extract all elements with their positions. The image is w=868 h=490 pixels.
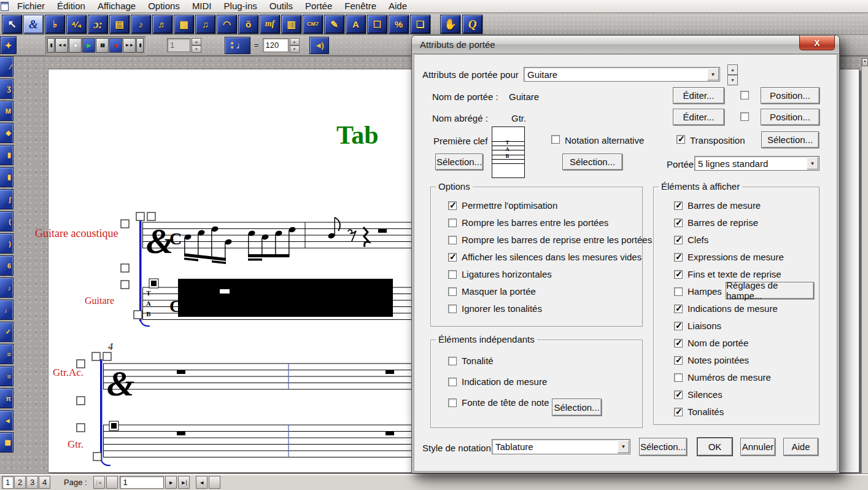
score-title[interactable]: Tab [336,120,379,150]
display-checkbox[interactable] [674,339,683,348]
stem-settings-button[interactable]: Réglages de hampe... [726,282,814,299]
page-shortcut-button[interactable]: 2 [14,476,26,489]
time-signature-tool[interactable]: ⁴⁄₄ [66,15,87,34]
palette-tool-button[interactable]: ⁄ [0,56,14,77]
expression-tool[interactable]: mf [260,15,280,34]
palette-tool-button[interactable]: = [0,344,14,364]
measure-counter-input[interactable] [167,38,190,52]
palette-tool-button[interactable]: ♩ [0,300,14,320]
palette-tool-button[interactable]: ▮ [0,145,14,165]
palette-tool-button[interactable]: ♪ [0,278,14,298]
staff-label-guitare-acoustique[interactable]: Guitare acoustique [35,227,118,240]
simple-entry-tool[interactable]: ♪ [131,15,151,34]
scroll-track[interactable] [209,476,220,489]
independent-checkbox[interactable] [448,357,457,365]
palette-tool-button[interactable]: π [0,388,14,408]
first-clef-selection-button[interactable]: Sélection... [435,154,483,170]
vertical-scrollbar[interactable]: ▲ [861,58,868,474]
notation-style-selection-button[interactable]: Sélection... [639,438,687,456]
scroll-up-icon[interactable]: ▲ [862,58,868,66]
display-checkbox[interactable] [674,201,683,210]
spin-down-icon[interactable]: ▼ [727,75,738,85]
display-checkbox[interactable] [674,356,683,365]
palette-tool-button[interactable]: ʃ [0,189,14,209]
spin-down-icon[interactable]: ▼ [290,45,300,53]
independent-checkbox[interactable] [448,378,457,386]
chord-tool[interactable]: CM7 [303,15,323,34]
option-checkbox[interactable] [448,253,457,262]
page-shortcut-button[interactable]: 1 [2,476,14,489]
spin-up-icon[interactable]: ▲ [290,38,300,45]
option-checkbox[interactable] [448,270,457,279]
spin-up-icon[interactable]: ▲ [192,38,201,45]
palette-tool-button[interactable]: ▮ [0,167,14,187]
text-tool[interactable]: A [346,15,366,34]
pause-button[interactable]: ▮▮ [96,38,109,53]
zoom-tool[interactable]: Q [462,15,482,34]
palette-tool-button[interactable]: ◄ [0,410,14,430]
speaker-button[interactable]: ◄) [309,37,329,54]
notehead-font-selection-button[interactable]: Sélection... [552,399,602,416]
selection-region-tool[interactable]: ☐ [367,15,387,34]
articulation-tool[interactable]: ŏ [238,15,258,34]
chevron-down-icon[interactable]: ▼ [807,157,818,169]
tempo-input[interactable] [263,38,289,52]
palette-tool-button[interactable]: 6 [0,255,14,276]
next-page-button[interactable]: ► [165,476,177,489]
staff-name-position-button[interactable]: Position... [761,87,820,104]
dialog-title-bar[interactable]: Attributs de portée X [412,36,839,54]
menu-item[interactable]: Aide [382,0,413,12]
palette-tool-button[interactable]: ( [0,211,14,231]
display-checkbox[interactable] [674,236,683,244]
fast-forward-button[interactable]: ►► [123,38,136,53]
transposition-checkbox[interactable] [676,135,685,144]
menu-item[interactable]: Outils [263,0,299,12]
palette-tool-button[interactable]: M [0,101,14,121]
stop-button[interactable]: ■ [69,38,82,53]
palette-button[interactable]: ✦ [0,36,17,54]
rewind-button[interactable]: ◄◄ [55,38,68,53]
speedy-entry-tool[interactable]: ♬ [152,15,172,34]
clef-tool[interactable]: ɔ: [88,15,108,34]
display-checkbox[interactable] [674,408,683,416]
chevron-down-icon[interactable]: ▼ [618,440,629,453]
abbreviated-name-position-button[interactable]: Position... [761,109,820,125]
measure-counter-spinner[interactable]: ▲▼ [192,38,201,53]
palette-tool-button[interactable]: ✓ [0,322,14,342]
first-page-button[interactable]: |◄ [93,476,105,489]
display-checkbox[interactable] [674,270,683,279]
spin-up-icon[interactable]: ▲ [727,64,738,75]
menu-item[interactable]: Options [142,0,186,12]
repeat-tool[interactable]: ▥ [281,15,301,34]
chevron-down-icon[interactable]: ▼ [707,68,719,80]
last-page-button[interactable]: ►| [178,476,190,489]
menu-item[interactable]: Affichage [91,0,142,12]
tempo-spinner[interactable]: ▲▼ [290,38,300,53]
ok-button[interactable]: OK [697,438,732,456]
transposition-selection-button[interactable]: Sélection... [761,131,819,148]
previous-page-button[interactable] [106,476,118,489]
display-checkbox[interactable] [674,391,683,399]
tempo-button[interactable]: ▲▼ ♩ [225,37,250,54]
palette-tool-button[interactable]: Ʒ [0,79,14,99]
close-button[interactable]: X [799,36,835,50]
palette-tool-button[interactable]: ) [0,233,14,254]
abbreviated-name-position-checkbox[interactable] [740,112,749,121]
page-number-input[interactable] [120,476,164,489]
go-to-start-button[interactable]: ▮ [47,38,55,53]
option-checkbox[interactable] [448,305,457,313]
page-shortcut-button[interactable]: 3 [26,476,38,489]
display-checkbox[interactable] [674,305,683,313]
menu-item[interactable]: Portée [299,0,338,12]
menu-item[interactable]: MIDI [186,0,218,12]
measure-tool[interactable]: ▤ [109,15,130,34]
palette-tool-button[interactable]: ◆ [0,123,14,143]
display-checkbox[interactable] [674,253,683,262]
edit-abbreviated-name-button[interactable]: Éditer... [673,109,724,125]
display-checkbox[interactable] [674,287,683,296]
staff-label-gtr[interactable]: Gtr. [68,438,83,451]
selection-arrow-tool[interactable]: ↖ [2,15,22,34]
special-tools[interactable]: ✎ [324,15,344,34]
staff-label-gtr-ac[interactable]: Gtr.Ac. [53,367,83,379]
hyperscribe-tool[interactable]: ▦ [174,15,194,34]
